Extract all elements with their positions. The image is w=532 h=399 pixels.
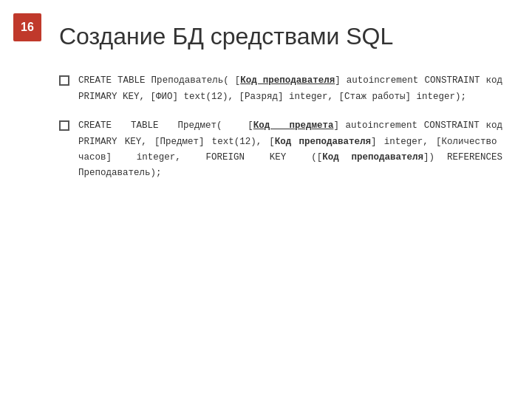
text-span: CREATE TABLE Преподаватель( [: [78, 75, 240, 86]
text-span: Код преподавателя: [275, 137, 371, 147]
list-item: CREATE TABLE Преподаватель( [Код препода…: [59, 72, 502, 104]
slide-number: 16: [13, 13, 41, 41]
slide: 16 Создание БД средствами SQL CREATE TAB…: [0, 0, 532, 399]
bullet-marker: [59, 120, 69, 131]
text-span: Код преподавателя: [240, 75, 335, 86]
text-span: Код преподавателя: [322, 152, 423, 163]
list-item: CREATE TABLE Предмет( [Код предмета] aut…: [59, 117, 502, 181]
bullet-marker: [59, 75, 69, 86]
bullet-list: CREATE TABLE Преподаватель( [Код препода…: [59, 72, 502, 180]
text-span: CREATE TABLE Предмет( [: [78, 120, 253, 131]
bullet-text: CREATE TABLE Преподаватель( [Код препода…: [78, 72, 502, 104]
bullet-text: CREATE TABLE Предмет( [Код предмета] aut…: [78, 117, 502, 181]
slide-title: Создание БД средствами SQL: [59, 22, 502, 50]
text-span: Код предмета: [253, 120, 334, 131]
content-area: Создание БД средствами SQL CREATE TABLE …: [59, 22, 502, 399]
